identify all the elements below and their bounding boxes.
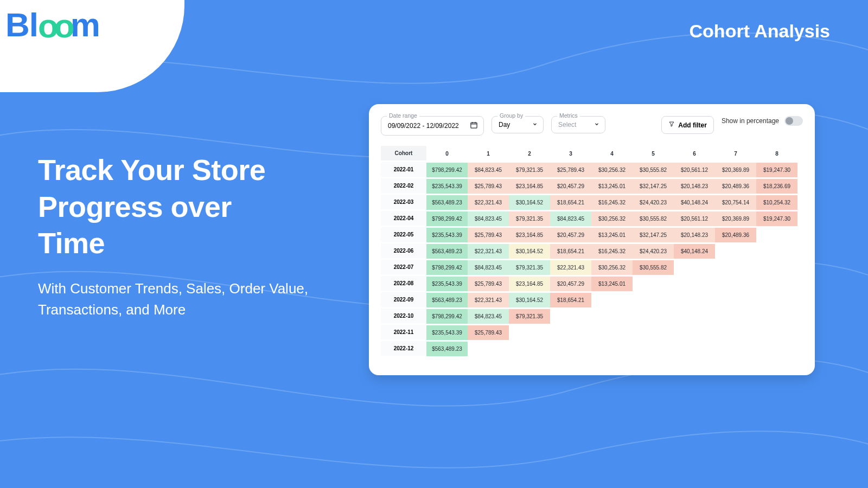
metrics-field[interactable]: Metrics Select: [551, 116, 605, 133]
logo-text-part3: m: [71, 6, 100, 43]
cohort-label: 2022-03: [381, 195, 426, 210]
cohort-cell: $235,543.39: [426, 228, 468, 242]
cohort-cell: $79,321.35: [509, 309, 550, 324]
cohort-cell: $22,321.43: [468, 244, 509, 259]
cohort-cell: $25,789.43: [468, 228, 509, 242]
table-header-col: 7: [715, 146, 756, 161]
cohort-label: 2022-05: [381, 227, 426, 242]
cohort-label: 2022-07: [381, 260, 426, 275]
cohort-cell: $18,236.69: [756, 179, 797, 194]
cohort-label: 2022-04: [381, 211, 426, 226]
cohort-label: 2022-10: [381, 309, 426, 324]
cohort-cell: $22,321.43: [468, 195, 509, 210]
table-header-col: 6: [674, 146, 715, 161]
cohort-cell: $25,789.43: [468, 277, 509, 291]
cohort-cell: $10,254.32: [756, 195, 797, 210]
brand-logo: Bloom: [5, 5, 100, 44]
cohort-cell: $30,256.32: [591, 211, 633, 226]
chevron-down-icon: [532, 121, 538, 129]
table-row: 2022-01$798,299.42$84,823.45$79,321.35$2…: [381, 162, 803, 178]
toolbar: Date range 09/09/2022 - 12/09/2022 Group…: [381, 116, 803, 136]
cohort-cell: $40,148.24: [674, 195, 715, 210]
add-filter-button[interactable]: Add filter: [661, 116, 714, 134]
table-row: 2022-04$798,299.42$84,823.45$79,321.35$8…: [381, 210, 803, 227]
table-header-col: 0: [426, 146, 468, 161]
cohort-cell: $84,823.45: [468, 309, 509, 324]
cohort-cell: $84,823.45: [468, 260, 509, 275]
percentage-toggle[interactable]: [784, 116, 803, 126]
cohort-cell: $20,489.36: [715, 179, 756, 194]
cohort-cell: $20,561.12: [674, 163, 715, 177]
cohort-cell: $22,321.43: [550, 260, 591, 275]
cohort-cell: $30,256.32: [591, 163, 633, 177]
cohort-cell: $25,789.43: [550, 163, 591, 177]
cohort-cell: $23,164.85: [509, 179, 550, 194]
group-by-field[interactable]: Group by Day: [492, 116, 544, 133]
cohort-cell: $20,489.36: [715, 228, 756, 242]
group-by-value: Day: [499, 121, 510, 129]
table-header-cohort: Cohort: [381, 146, 426, 161]
hero: Track Your Store Progress over Time With…: [38, 152, 342, 320]
cohort-cell: $79,321.35: [509, 260, 550, 275]
cohort-cell: $798,299.42: [426, 309, 468, 324]
date-range-label: Date range: [387, 112, 419, 119]
cohort-label: 2022-01: [381, 162, 426, 177]
cohort-cell: $20,369.89: [715, 211, 756, 226]
cohort-cell: $30,555.82: [633, 163, 674, 177]
cohort-cell: $30,164.52: [509, 244, 550, 259]
table-header-col: 2: [509, 146, 550, 161]
cohort-cell: $20,561.12: [674, 211, 715, 226]
table-row: 2022-07$798,299.42$84,823.45$79,321.35$2…: [381, 259, 803, 275]
cohort-cell: $30,164.52: [509, 293, 550, 307]
cohort-cell: $30,256.32: [591, 260, 633, 275]
table-header-col: 8: [756, 146, 797, 161]
group-by-label: Group by: [497, 112, 525, 119]
cohort-cell: $235,543.39: [426, 179, 468, 194]
cohort-cell: $30,555.82: [633, 260, 674, 275]
cohort-cell: $563,489.23: [426, 342, 468, 356]
cohort-cell: $798,299.42: [426, 260, 468, 275]
date-range-value: 09/09/2022 - 12/09/2022: [388, 122, 459, 130]
cohort-cell: $23,164.85: [509, 277, 550, 291]
table-header-col: 4: [591, 146, 633, 161]
cohort-cell: $20,369.89: [715, 163, 756, 177]
chevron-down-icon: [594, 121, 599, 129]
date-range-field[interactable]: Date range 09/09/2022 - 12/09/2022: [381, 116, 484, 136]
cohort-cell: $25,789.43: [468, 325, 509, 340]
cohort-cell: $40,148.24: [674, 244, 715, 259]
cohort-label: 2022-08: [381, 276, 426, 291]
cohort-cell: $235,543.39: [426, 325, 468, 340]
cohort-cell: $84,823.45: [550, 211, 591, 226]
cohort-cell: $20,457.29: [550, 179, 591, 194]
percentage-toggle-wrap: Show in percentage: [722, 116, 803, 126]
table-row: 2022-03$563,489.23$22,321.43$30,164.52$1…: [381, 194, 803, 210]
cohort-cell: $23,164.85: [509, 228, 550, 242]
table-header-col: 1: [468, 146, 509, 161]
cohort-cell: $16,245.32: [591, 244, 633, 259]
cohort-cell: $563,489.23: [426, 244, 468, 259]
cohort-cell: $18,654.21: [550, 293, 591, 307]
cohort-cell: $32,147.25: [633, 179, 674, 194]
cohort-cell: $798,299.42: [426, 211, 468, 226]
page-title: Cohort Analysis: [690, 21, 830, 42]
cohort-cell: $24,420.23: [633, 244, 674, 259]
cohort-panel: Date range 09/09/2022 - 12/09/2022 Group…: [369, 104, 815, 375]
cohort-cell: $79,321.35: [509, 211, 550, 226]
cohort-cell: $18,654.21: [550, 195, 591, 210]
add-filter-label: Add filter: [678, 121, 707, 129]
cohort-cell: $19,247.30: [756, 163, 797, 177]
logo-text-part2: oo: [38, 7, 71, 45]
cohort-cell: $79,321.35: [509, 163, 550, 177]
cohort-cell: $563,489.23: [426, 195, 468, 210]
table-row: 2022-12$563,489.23: [381, 341, 803, 357]
cohort-cell: $30,164.52: [509, 195, 550, 210]
table-row: 2022-08$235,543.39$25,789.43$23,164.85$2…: [381, 275, 803, 292]
cohort-label: 2022-09: [381, 292, 426, 307]
cohort-table: Cohort0123456782022-01$798,299.42$84,823…: [381, 145, 803, 357]
cohort-cell: $798,299.42: [426, 163, 468, 177]
cohort-label: 2022-11: [381, 325, 426, 340]
cohort-cell: $16,245.32: [591, 195, 633, 210]
cohort-cell: $13,245.01: [591, 179, 633, 194]
table-row: 2022-11$235,543.39$25,789.43: [381, 324, 803, 341]
cohort-cell: $32,147.25: [633, 228, 674, 242]
